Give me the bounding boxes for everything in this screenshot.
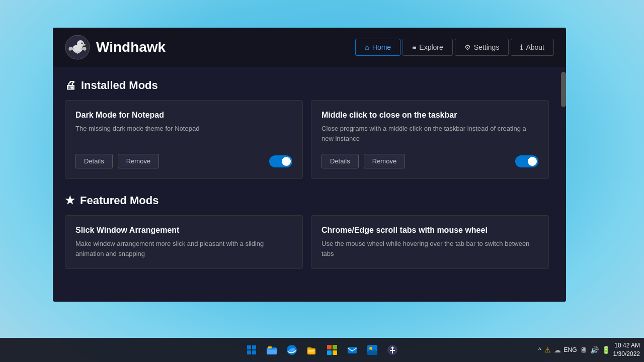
warning-icon: ⚠ — [544, 346, 551, 354]
store-icon[interactable] — [323, 341, 341, 359]
settings-icon: ⚙ — [464, 43, 471, 51]
svg-rect-11 — [268, 346, 272, 348]
app-logo — [65, 35, 90, 60]
featured-mods-section-header: ★ Featured Mods — [65, 194, 549, 207]
logo-area: Windhawk — [65, 35, 166, 60]
mod-actions-1: Details Remove — [321, 154, 538, 168]
language-indicator[interactable]: ENG — [564, 346, 577, 353]
mod-toggle-1[interactable] — [515, 155, 538, 167]
svg-rect-7 — [247, 350, 251, 354]
mod-toggle-0[interactable] — [269, 155, 292, 167]
content-area[interactable]: 🖨 Installed Mods Dark Mode for Notepad T… — [53, 67, 561, 302]
nav-about-button[interactable]: ℹ About — [511, 39, 554, 56]
mod-title-1: Middle click to close on the taskbar — [321, 111, 538, 120]
nav-explore-button[interactable]: ≡ Explore — [403, 39, 453, 56]
file-explorer-icon[interactable] — [263, 341, 281, 359]
toggle-track-0 — [269, 155, 292, 167]
mod-actions-0: Details Remove — [75, 154, 292, 168]
svg-rect-21 — [348, 347, 357, 353]
mod-desc-1: Close programs with a middle click on th… — [321, 124, 538, 144]
nav-home-button[interactable]: ⌂ Home — [355, 39, 400, 56]
installed-mods-icon: 🖨 — [65, 79, 76, 92]
installed-mods-grid: Dark Mode for Notepad The missing dark m… — [65, 100, 549, 179]
featured-card-0: Slick Window Arrangement Make window arr… — [65, 215, 303, 269]
monitor-icon: 🖥 — [580, 346, 587, 354]
mail-icon[interactable] — [343, 341, 361, 359]
edge-icon[interactable] — [283, 341, 301, 359]
featured-title-1: Chrome/Edge scroll tabs with mouse wheel — [321, 226, 538, 235]
home-icon: ⌂ — [365, 43, 369, 51]
mod-card-1: Middle click to close on the taskbar Clo… — [311, 100, 549, 179]
taskbar-time: 10:42 AM — [613, 341, 640, 350]
featured-title-0: Slick Window Arrangement — [75, 226, 292, 235]
mod-title-0: Dark Mode for Notepad — [75, 111, 292, 120]
svg-point-4 — [82, 43, 83, 44]
start-icon[interactable] — [243, 341, 261, 359]
svg-rect-14 — [307, 347, 311, 349]
toggle-thumb-0 — [282, 157, 291, 166]
nav-buttons: ⌂ Home ≡ Explore ⚙ Settings ℹ About — [355, 39, 554, 56]
taskbar: ^ ⚠ ☁ ENG 🖥 🔊 🔋 10:42 AM 1/30/2022 — [0, 338, 644, 362]
svg-rect-5 — [247, 345, 251, 349]
photos-icon[interactable] — [363, 341, 381, 359]
svg-point-23 — [369, 347, 372, 350]
installed-mods-section-header: 🖨 Installed Mods — [65, 79, 549, 92]
volume-icon[interactable]: 🔊 — [590, 346, 599, 354]
explore-icon: ≡ — [412, 43, 416, 51]
svg-rect-15 — [308, 350, 314, 351]
home-label: Home — [372, 43, 391, 51]
taskbar-date: 1/30/2022 — [613, 350, 640, 358]
mod-remove-button-1[interactable]: Remove — [364, 154, 405, 168]
mod-card-0: Dark Mode for Notepad The missing dark m… — [65, 100, 303, 179]
battery-icon: 🔋 — [602, 346, 610, 354]
header: Windhawk ⌂ Home ≡ Explore ⚙ Settings ℹ A… — [53, 28, 566, 67]
toggle-track-1 — [515, 155, 538, 167]
svg-rect-20 — [333, 350, 337, 355]
svg-point-2 — [77, 40, 84, 47]
svg-rect-19 — [327, 350, 332, 355]
app-title: Windhawk — [96, 39, 166, 55]
featured-desc-1: Use the mouse wheel while hovering over … — [321, 239, 538, 258]
tray-chevron[interactable]: ^ — [538, 346, 541, 353]
mod-details-button-1[interactable]: Details — [321, 154, 359, 168]
toggle-thumb-1 — [528, 157, 537, 166]
featured-card-1: Chrome/Edge scroll tabs with mouse wheel… — [311, 215, 549, 269]
svg-rect-18 — [333, 345, 337, 349]
settings-label: Settings — [474, 43, 500, 51]
about-label: About — [526, 43, 544, 51]
files-icon[interactable] — [303, 341, 321, 359]
featured-mods-icon: ★ — [65, 194, 75, 207]
installed-mods-title: Installed Mods — [81, 79, 158, 92]
scrollbar-track[interactable] — [561, 67, 566, 302]
mod-desc-0: The missing dark mode theme for Notepad — [75, 124, 292, 144]
explore-label: Explore — [419, 43, 443, 51]
svg-rect-16 — [308, 351, 313, 352]
svg-rect-6 — [252, 345, 256, 349]
svg-rect-8 — [252, 350, 256, 354]
taskbar-clock[interactable]: 10:42 AM 1/30/2022 — [613, 341, 640, 358]
mod-details-button-0[interactable]: Details — [75, 154, 113, 168]
nav-settings-button[interactable]: ⚙ Settings — [455, 39, 509, 56]
scrollbar-thumb[interactable] — [561, 72, 566, 107]
taskbar-center — [243, 341, 401, 359]
taskbar-right: ^ ⚠ ☁ ENG 🖥 🔊 🔋 10:42 AM 1/30/2022 — [538, 341, 640, 358]
featured-mods-grid: Slick Window Arrangement Make window arr… — [65, 215, 549, 269]
featured-desc-0: Make window arrangement more slick and p… — [75, 239, 292, 258]
about-icon: ℹ — [520, 43, 523, 51]
mod-remove-button-0[interactable]: Remove — [118, 154, 159, 168]
cloud-icon: ☁ — [554, 346, 561, 354]
svg-rect-17 — [327, 345, 332, 349]
windhawk-taskbar-icon[interactable] — [383, 341, 401, 359]
featured-mods-title: Featured Mods — [80, 194, 158, 207]
app-window: Windhawk ⌂ Home ≡ Explore ⚙ Settings ℹ A… — [53, 28, 566, 302]
